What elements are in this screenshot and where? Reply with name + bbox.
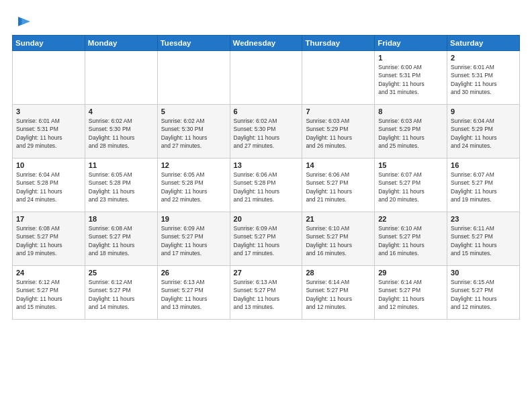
day-info: Sunrise: 6:07 AMSunset: 5:27 PMDaylight:… xyxy=(451,171,517,203)
calendar-cell: 22Sunrise: 6:10 AMSunset: 5:27 PMDayligh… xyxy=(375,212,447,266)
day-number: 19 xyxy=(161,215,227,223)
day-info: Sunrise: 6:11 AMSunset: 5:27 PMDaylight:… xyxy=(451,224,517,257)
day-number: 21 xyxy=(306,215,371,223)
calendar-cell xyxy=(13,51,85,105)
calendar-cell: 21Sunrise: 6:10 AMSunset: 5:27 PMDayligh… xyxy=(302,212,375,266)
header-saturday: Saturday xyxy=(447,36,520,51)
day-number: 6 xyxy=(234,107,300,116)
day-info: Sunrise: 6:06 AMSunset: 5:28 PMDaylight:… xyxy=(234,171,300,203)
day-info: Sunrise: 6:07 AMSunset: 5:27 PMDaylight:… xyxy=(378,171,444,203)
header-tuesday: Tuesday xyxy=(157,36,230,51)
day-info: Sunrise: 6:13 AMSunset: 5:27 PMDaylight:… xyxy=(234,278,300,311)
header-monday: Monday xyxy=(85,36,157,51)
day-info: Sunrise: 6:14 AMSunset: 5:27 PMDaylight:… xyxy=(306,278,371,311)
day-number: 28 xyxy=(306,269,371,277)
day-info: Sunrise: 6:02 AMSunset: 5:30 PMDaylight:… xyxy=(89,117,154,150)
calendar-cell: 1Sunrise: 6:00 AMSunset: 5:31 PMDaylight… xyxy=(375,51,447,105)
day-info: Sunrise: 6:10 AMSunset: 5:27 PMDaylight:… xyxy=(306,224,371,257)
header-thursday: Thursday xyxy=(302,36,375,51)
calendar-cell: 6Sunrise: 6:02 AMSunset: 5:30 PMDaylight… xyxy=(230,105,302,158)
calendar-cell: 10Sunrise: 6:04 AMSunset: 5:28 PMDayligh… xyxy=(13,158,85,212)
day-number: 11 xyxy=(89,161,154,169)
calendar-cell: 11Sunrise: 6:05 AMSunset: 5:28 PMDayligh… xyxy=(85,158,157,212)
page: SundayMondayTuesdayWednesdayThursdayFrid… xyxy=(0,0,532,411)
day-info: Sunrise: 6:01 AMSunset: 5:31 PMDaylight:… xyxy=(16,117,82,150)
day-number: 1 xyxy=(378,54,444,62)
day-info: Sunrise: 6:03 AMSunset: 5:29 PMDaylight:… xyxy=(306,117,371,150)
calendar-cell: 7Sunrise: 6:03 AMSunset: 5:29 PMDaylight… xyxy=(302,105,375,158)
calendar-cell: 16Sunrise: 6:07 AMSunset: 5:27 PMDayligh… xyxy=(447,158,520,212)
calendar-cell: 14Sunrise: 6:06 AMSunset: 5:27 PMDayligh… xyxy=(302,158,375,212)
day-info: Sunrise: 6:08 AMSunset: 5:27 PMDaylight:… xyxy=(16,224,82,257)
day-info: Sunrise: 6:08 AMSunset: 5:27 PMDaylight:… xyxy=(89,224,154,257)
day-number: 2 xyxy=(451,54,517,62)
day-number: 3 xyxy=(16,107,82,116)
day-info: Sunrise: 6:10 AMSunset: 5:27 PMDaylight:… xyxy=(378,224,444,257)
calendar-cell xyxy=(230,51,302,105)
calendar-cell: 5Sunrise: 6:02 AMSunset: 5:30 PMDaylight… xyxy=(157,105,230,158)
day-number: 25 xyxy=(89,269,154,277)
calendar-cell: 19Sunrise: 6:09 AMSunset: 5:27 PMDayligh… xyxy=(157,212,230,266)
week-row-4: 17Sunrise: 6:08 AMSunset: 5:27 PMDayligh… xyxy=(13,212,520,266)
day-number: 27 xyxy=(234,269,300,277)
day-info: Sunrise: 6:02 AMSunset: 5:30 PMDaylight:… xyxy=(161,117,227,150)
calendar-cell: 20Sunrise: 6:09 AMSunset: 5:27 PMDayligh… xyxy=(230,212,302,266)
day-info: Sunrise: 6:00 AMSunset: 5:31 PMDaylight:… xyxy=(378,63,444,96)
week-row-5: 24Sunrise: 6:12 AMSunset: 5:27 PMDayligh… xyxy=(13,266,520,320)
week-row-3: 10Sunrise: 6:04 AMSunset: 5:28 PMDayligh… xyxy=(13,158,520,212)
day-number: 30 xyxy=(451,269,517,277)
day-number: 24 xyxy=(16,269,82,277)
svg-marker-1 xyxy=(21,18,30,26)
calendar-cell: 18Sunrise: 6:08 AMSunset: 5:27 PMDayligh… xyxy=(85,212,157,266)
day-number: 26 xyxy=(161,269,227,277)
day-number: 20 xyxy=(234,215,300,223)
day-number: 16 xyxy=(451,161,517,169)
day-number: 22 xyxy=(378,215,444,223)
calendar-cell: 8Sunrise: 6:03 AMSunset: 5:29 PMDaylight… xyxy=(375,105,447,158)
day-info: Sunrise: 6:03 AMSunset: 5:29 PMDaylight:… xyxy=(378,117,444,150)
day-info: Sunrise: 6:04 AMSunset: 5:29 PMDaylight:… xyxy=(451,117,517,150)
header-sunday: Sunday xyxy=(13,36,85,51)
day-info: Sunrise: 6:12 AMSunset: 5:27 PMDaylight:… xyxy=(16,278,82,311)
calendar-cell: 25Sunrise: 6:12 AMSunset: 5:27 PMDayligh… xyxy=(85,266,157,320)
day-info: Sunrise: 6:15 AMSunset: 5:27 PMDaylight:… xyxy=(451,278,517,311)
calendar-cell xyxy=(302,51,375,105)
calendar-cell: 24Sunrise: 6:12 AMSunset: 5:27 PMDayligh… xyxy=(13,266,85,320)
calendar-cell: 27Sunrise: 6:13 AMSunset: 5:27 PMDayligh… xyxy=(230,266,302,320)
day-number: 15 xyxy=(378,161,444,169)
day-number: 14 xyxy=(306,161,371,169)
header xyxy=(12,12,520,31)
calendar-cell: 28Sunrise: 6:14 AMSunset: 5:27 PMDayligh… xyxy=(302,266,375,320)
calendar-cell xyxy=(85,51,157,105)
calendar-cell: 9Sunrise: 6:04 AMSunset: 5:29 PMDaylight… xyxy=(447,105,520,158)
day-info: Sunrise: 6:05 AMSunset: 5:28 PMDaylight:… xyxy=(89,171,154,203)
calendar-cell: 29Sunrise: 6:14 AMSunset: 5:27 PMDayligh… xyxy=(375,266,447,320)
day-number: 8 xyxy=(378,107,444,116)
day-info: Sunrise: 6:12 AMSunset: 5:27 PMDaylight:… xyxy=(89,278,154,311)
day-info: Sunrise: 6:06 AMSunset: 5:27 PMDaylight:… xyxy=(306,171,371,203)
calendar-cell: 12Sunrise: 6:05 AMSunset: 5:28 PMDayligh… xyxy=(157,158,230,212)
day-info: Sunrise: 6:09 AMSunset: 5:27 PMDaylight:… xyxy=(161,224,227,257)
day-info: Sunrise: 6:05 AMSunset: 5:28 PMDaylight:… xyxy=(161,171,227,203)
calendar-cell xyxy=(157,51,230,105)
calendar-cell: 3Sunrise: 6:01 AMSunset: 5:31 PMDaylight… xyxy=(13,105,85,158)
day-info: Sunrise: 6:04 AMSunset: 5:28 PMDaylight:… xyxy=(16,171,82,203)
week-row-1: 1Sunrise: 6:00 AMSunset: 5:31 PMDaylight… xyxy=(13,51,520,105)
logo xyxy=(12,12,32,31)
calendar-cell: 17Sunrise: 6:08 AMSunset: 5:27 PMDayligh… xyxy=(13,212,85,266)
day-info: Sunrise: 6:14 AMSunset: 5:27 PMDaylight:… xyxy=(378,278,444,311)
header-wednesday: Wednesday xyxy=(230,36,302,51)
calendar-cell: 23Sunrise: 6:11 AMSunset: 5:27 PMDayligh… xyxy=(447,212,520,266)
day-number: 5 xyxy=(161,107,227,116)
calendar-cell: 15Sunrise: 6:07 AMSunset: 5:27 PMDayligh… xyxy=(375,158,447,212)
week-row-2: 3Sunrise: 6:01 AMSunset: 5:31 PMDaylight… xyxy=(13,105,520,158)
day-info: Sunrise: 6:02 AMSunset: 5:30 PMDaylight:… xyxy=(234,117,300,150)
day-number: 10 xyxy=(16,161,82,169)
calendar-cell: 13Sunrise: 6:06 AMSunset: 5:28 PMDayligh… xyxy=(230,158,302,212)
calendar-header-row: SundayMondayTuesdayWednesdayThursdayFrid… xyxy=(13,36,520,51)
day-info: Sunrise: 6:01 AMSunset: 5:31 PMDaylight:… xyxy=(451,63,517,96)
day-number: 13 xyxy=(234,161,300,169)
calendar-table: SundayMondayTuesdayWednesdayThursdayFrid… xyxy=(12,35,520,320)
day-number: 18 xyxy=(89,215,154,223)
header-friday: Friday xyxy=(375,36,447,51)
